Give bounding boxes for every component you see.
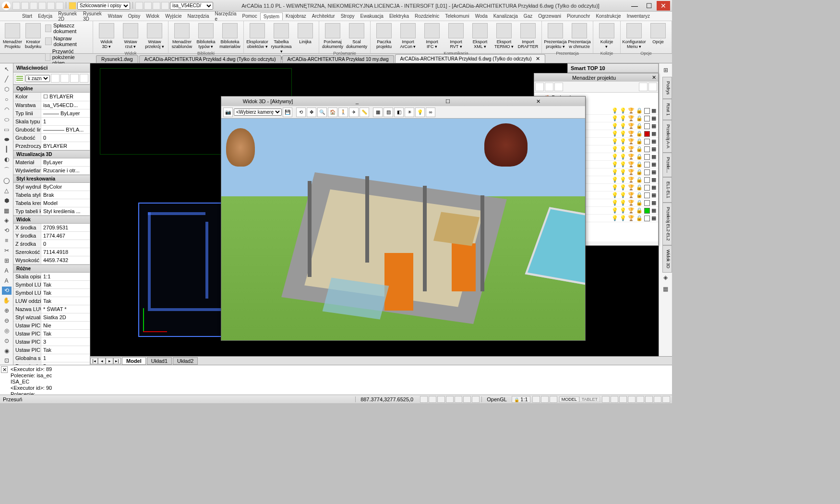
left-tool-22-icon[interactable]: ⟲ xyxy=(2,287,12,295)
command-line[interactable]: ✕ <Executor id>: 89 Polecenie: isa_ec IS… xyxy=(0,365,672,395)
vert-tab[interactable]: Rzut 1 xyxy=(662,99,672,120)
doc-tab[interactable]: ArCADia-ARCHITEKTURA Przykład 10 my.dwg xyxy=(282,55,394,63)
right-tool-19-icon[interactable]: ▦ xyxy=(661,284,671,294)
left-tool-27-icon[interactable]: ⊙ xyxy=(2,336,12,345)
v3d-pan-icon[interactable]: ✥ xyxy=(307,108,316,117)
prop-row[interactable]: Typ tabeli kre...Styl kreślenia ... xyxy=(13,207,90,216)
prop-section-header[interactable]: Wizualizacja 3D xyxy=(13,150,90,158)
tab-krajobraz[interactable]: Krajobraz xyxy=(283,12,309,20)
tab-close-icon[interactable]: ✕ xyxy=(536,56,540,61)
maximize-button[interactable]: ☐ xyxy=(642,1,656,11)
ribbon-wstaw[interactable]: Wstawrzut ▾ xyxy=(119,22,142,50)
prop-row[interactable]: Ustaw PICKF...Tak xyxy=(13,346,90,354)
prop-row[interactable]: Symbol LUW...Tak xyxy=(13,281,90,289)
ribbon-eksplorator[interactable]: Eksploratorobiektów ▾ xyxy=(246,22,269,55)
prop-row[interactable]: Szerokość7114.4918 xyxy=(13,248,90,256)
ribbon-opcje[interactable]: Opcje xyxy=(647,22,670,50)
lwt-icon[interactable] xyxy=(472,396,480,403)
v3d-camera-icon[interactable]: 📷 xyxy=(223,108,233,117)
prop-row[interactable]: MateriałByLayer xyxy=(13,158,90,167)
vert-tab[interactable]: EL1-EL1 xyxy=(662,177,672,203)
ribbon-paczka[interactable]: Paczkaprojektu xyxy=(372,22,396,50)
qat-sun-icon[interactable] xyxy=(135,2,143,10)
ribbon-kolizje[interactable]: Kolizje▾ xyxy=(595,22,618,50)
ribbon-import[interactable]: ImportRVT ▾ xyxy=(444,22,468,50)
prop-row[interactable]: Tabela styli k...Brak xyxy=(13,191,90,199)
sb11-icon[interactable] xyxy=(662,396,670,403)
left-tool-5-icon[interactable]: ⬭ xyxy=(2,115,12,123)
tab-wstaw[interactable]: Wstaw xyxy=(105,12,125,20)
sb9-icon[interactable] xyxy=(645,396,653,403)
prop-row[interactable]: Grubość0 xyxy=(13,134,90,142)
prop-row[interactable]: Styl wizualnySiatka 2D xyxy=(13,313,90,322)
v3d-bulb-icon[interactable]: 💡 xyxy=(415,108,425,117)
prop-row[interactable]: Z środka0 xyxy=(13,240,90,248)
left-tool-4-icon[interactable]: ◠ xyxy=(2,105,12,113)
left-tool-28-icon[interactable]: ◉ xyxy=(2,347,12,355)
left-tool-0-icon[interactable]: ↖ xyxy=(2,65,12,73)
left-tool-7-icon[interactable]: ⬬ xyxy=(2,135,12,144)
ribbon-prezentacja[interactable]: Prezentacjaprojektu ▾ xyxy=(544,22,567,50)
left-tool-13-icon[interactable]: ⬢ xyxy=(2,196,12,204)
qat-redo-icon[interactable] xyxy=(56,2,63,10)
prop-row[interactable]: Wyświetlanie...Rzucanie i otr... xyxy=(13,167,90,175)
ribbon-porównaj[interactable]: Porównajdokumenty xyxy=(321,22,344,50)
sb1-icon[interactable] xyxy=(532,396,540,403)
left-tool-24-icon[interactable]: ⊕ xyxy=(2,307,12,315)
ortho-icon[interactable] xyxy=(437,396,445,403)
left-tool-29-icon[interactable]: ⊡ xyxy=(2,357,12,365)
sb8-icon[interactable] xyxy=(636,396,644,403)
qat-undo-icon[interactable] xyxy=(47,2,55,10)
prop-row[interactable]: Typ linii——— ByLayer xyxy=(13,109,90,118)
tab-telekomuni[interactable]: Telekomuni xyxy=(442,12,472,20)
sb2-icon[interactable] xyxy=(541,396,549,403)
v3d-fly-icon[interactable]: ✈ xyxy=(349,108,359,117)
vert-tab[interactable]: Przekr... xyxy=(662,153,672,177)
tab-elektryka[interactable]: Elektryka xyxy=(386,12,412,20)
ribbon-widok[interactable]: Widok3D ▾ xyxy=(95,22,118,50)
v3d-save-icon[interactable]: 💾 xyxy=(283,108,292,117)
view3d-canvas[interactable] xyxy=(221,119,585,340)
prop-row[interactable]: Grubość linii———— BYLA... xyxy=(13,126,90,134)
left-tool-23-icon[interactable]: ✋ xyxy=(2,297,12,305)
tab-narzędzia[interactable]: Narzędzia xyxy=(184,12,212,20)
ribbon-import[interactable]: ImportIFC ▾ xyxy=(420,22,444,50)
grid-icon[interactable] xyxy=(429,396,436,403)
qat-workspace-select[interactable]: Szkicowanie i opisy xyxy=(77,2,130,10)
left-tool-15-icon[interactable]: ◈ xyxy=(2,216,12,225)
v3d-zoom-icon[interactable]: 🔍 xyxy=(317,108,327,117)
right-tool-0-icon[interactable]: ⊞ xyxy=(661,65,671,75)
prop-row[interactable]: Skala opisu1:1 xyxy=(13,273,90,281)
qat-print-icon[interactable] xyxy=(38,2,46,10)
prop-row[interactable]: Globalna skal...1 xyxy=(13,354,90,362)
left-tool-6-icon[interactable]: ▭ xyxy=(2,125,12,133)
tab-rysunek 3d[interactable]: Rysunek 3D xyxy=(80,10,105,23)
prop-row[interactable]: Skala typu linii1 xyxy=(13,118,90,126)
tab-ogrzewani[interactable]: Ogrzewani xyxy=(535,12,564,20)
layout-tab-układ2[interactable]: Układ2 xyxy=(173,357,198,365)
tab-architektur[interactable]: Architektur xyxy=(309,12,338,20)
tab-prev-icon[interactable]: ◂ xyxy=(98,358,106,364)
prop-row[interactable]: Ustaw PICKB...3 xyxy=(13,338,90,346)
tab-rozdzielnic[interactable]: Rozdzielnic xyxy=(412,12,442,20)
sb6-icon[interactable] xyxy=(619,396,627,403)
pm-tb2-icon[interactable] xyxy=(545,83,553,91)
pm-close-icon[interactable]: ✕ xyxy=(652,74,656,81)
qat-lock-icon[interactable] xyxy=(161,2,169,10)
v3d-orbit-icon[interactable]: ⟲ xyxy=(296,108,306,117)
prop-row[interactable]: Przeźroczyst...BYLAYER xyxy=(13,142,90,150)
left-tool-20-icon[interactable]: A xyxy=(2,266,12,275)
ribbon-import[interactable]: ImportDRAFTER xyxy=(516,22,540,50)
prop-tb-1-icon[interactable] xyxy=(51,74,60,83)
doc-tab[interactable]: ArCADia-ARCHITEKTURA Przykład 4.dwg (Tyl… xyxy=(139,55,281,63)
qat-new-icon[interactable] xyxy=(12,2,20,10)
tab-pomoc[interactable]: Pomoc xyxy=(240,12,260,20)
prop-row[interactable]: Wysokość4459.7432 xyxy=(13,256,90,264)
pm-tb1-icon[interactable] xyxy=(535,83,544,91)
command-prompt[interactable]: Polecenie: xyxy=(11,391,670,395)
sb4-icon[interactable] xyxy=(602,396,610,403)
left-tool-8-icon[interactable]: ┃ xyxy=(2,145,12,154)
left-tool-21-icon[interactable]: A xyxy=(2,276,12,285)
prop-row[interactable]: Nazwa LUW* ŚWIAT * xyxy=(13,305,90,313)
ribbon-biblioteka[interactable]: Bibliotekatypów ▾ xyxy=(194,22,217,50)
